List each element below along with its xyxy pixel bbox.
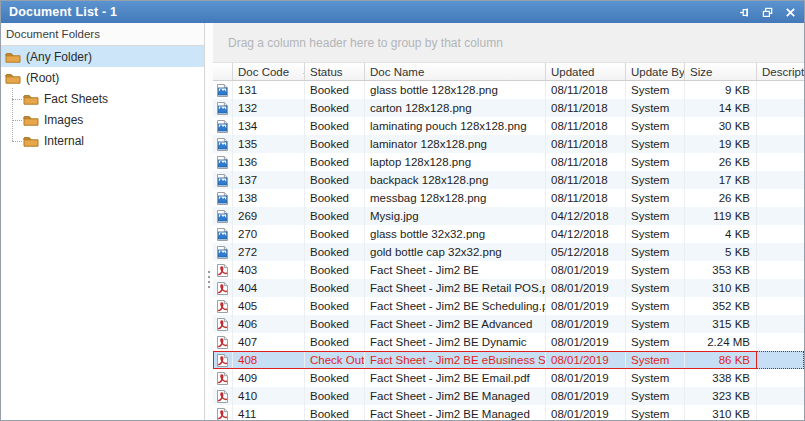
cell-updated: 04/12/2018 [546,207,626,225]
cell-status: Booked [305,81,365,99]
folder-icon [23,92,39,105]
column-header-name[interactable]: Doc Name [365,63,546,80]
column-header-label: Update By [631,66,685,78]
cell-status: Booked [305,333,365,351]
table-row-408[interactable]: 408 Check Out Fact Sheet - Jim2 BE eBusi… [213,351,804,369]
file-type-icon-cell [213,387,233,405]
cell-description [757,135,804,153]
table-row-132[interactable]: 132 Booked carton 128x128.png 08/11/2018… [213,99,804,117]
table-row-137[interactable]: 137 Booked backpack 128x128.png 08/11/20… [213,171,804,189]
table-row-131[interactable]: 131 Booked glass bottle 128x128.png 08/1… [213,81,804,99]
table-row-403[interactable]: 403 Booked Fact Sheet - Jim2 BE 08/01/20… [213,261,804,279]
tree-node-root[interactable]: (Root) [1,67,204,88]
cell-doc-code: 403 [233,261,305,279]
cell-doc-name: Fact Sheet - Jim2 BE Dynamic [365,333,546,351]
cell-size: 310 KB [685,405,757,420]
file-type-icon-cell [213,153,233,171]
cell-status: Booked [305,369,365,387]
table-row-134[interactable]: 134 Booked laminating pouch 128x128.png … [213,117,804,135]
file-type-icon-cell [213,405,233,420]
column-header-label: Description [762,66,804,78]
folders-panel-header: Document Folders [1,23,204,46]
cell-status: Booked [305,189,365,207]
cell-doc-code: 138 [233,189,305,207]
table-row-407[interactable]: 407 Booked Fact Sheet - Jim2 BE Dynamic … [213,333,804,351]
cell-status: Booked [305,405,365,420]
cell-description [757,315,804,333]
cell-update-by: System [626,153,685,171]
cell-status: Booked [305,153,365,171]
cell-doc-code: 134 [233,117,305,135]
cell-doc-name: Fact Sheet - Jim2 BE eBusiness Suite [365,351,546,369]
file-type-icon-cell [213,243,233,261]
cell-status: Booked [305,243,365,261]
cell-updated: 08/11/2018 [546,99,626,117]
cell-description [757,99,804,117]
folder-tree: (Any Folder) (Root) Fact Sheets Images I… [1,46,204,420]
table-row-410[interactable]: 410 Booked Fact Sheet - Jim2 BE Managed … [213,387,804,405]
group-by-drop-zone[interactable]: Drag a column header here to group by th… [213,23,804,63]
folder-icon [23,113,39,126]
panel-splitter[interactable] [205,23,213,420]
column-header-status[interactable]: Status [305,63,365,80]
cell-updated: 08/11/2018 [546,135,626,153]
column-header-label: Status [310,66,343,78]
column-header-description[interactable]: Description [757,63,804,80]
table-row-405[interactable]: 405 Booked Fact Sheet - Jim2 BE Scheduli… [213,297,804,315]
cell-size: 4 KB [685,225,757,243]
image-file-icon [216,83,229,98]
column-header-update-by[interactable]: Update By [626,63,685,80]
image-file-icon [216,191,229,206]
column-header-size[interactable]: Size [685,63,757,80]
tree-node-any-folder[interactable]: (Any Folder) [1,46,204,67]
table-row-272[interactable]: 272 Booked gold bottle cap 32x32.png 05/… [213,243,804,261]
cell-updated: 08/01/2019 [546,297,626,315]
cell-updated: 08/11/2018 [546,81,626,99]
cell-size: 352 KB [685,297,757,315]
cell-update-by: System [626,99,685,117]
column-header-label: Size [690,66,712,78]
restore-icon[interactable] [762,7,773,18]
tree-node-internal[interactable]: Internal [1,130,204,151]
tree-node-images[interactable]: Images [1,109,204,130]
cell-doc-name: glass bottle 128x128.png [365,81,546,99]
cell-update-by: System [626,117,685,135]
table-row-136[interactable]: 136 Booked laptop 128x128.png 08/11/2018… [213,153,804,171]
table-row-138[interactable]: 138 Booked messbag 128x128.png 08/11/201… [213,189,804,207]
cell-doc-code: 408 [233,351,305,369]
table-row-135[interactable]: 135 Booked laminator 128x128.png 08/11/2… [213,135,804,153]
cell-doc-code: 404 [233,279,305,297]
pdf-file-icon [216,407,229,421]
grid-header-row: Doc CodeStatusDoc NameUpdatedUpdate BySi… [213,63,804,81]
file-type-icon-cell [213,315,233,333]
pdf-file-icon [216,371,229,386]
cell-status: Booked [305,225,365,243]
column-header-code[interactable]: Doc Code [233,63,305,80]
cell-doc-name: glass bottle 32x32.png [365,225,546,243]
cell-update-by: System [626,171,685,189]
table-row-411[interactable]: 411 Booked Fact Sheet - Jim2 BE Managed … [213,405,804,420]
table-row-406[interactable]: 406 Booked Fact Sheet - Jim2 BE Advanced… [213,315,804,333]
tree-node-fact-sheets[interactable]: Fact Sheets [1,88,204,109]
table-row-269[interactable]: 269 Booked Mysig.jpg 04/12/2018 System 1… [213,207,804,225]
cell-description [757,189,804,207]
close-icon[interactable] [785,7,796,18]
cell-update-by: System [626,207,685,225]
cell-updated: 08/01/2019 [546,387,626,405]
cell-doc-code: 410 [233,387,305,405]
cell-doc-name: Fact Sheet - Jim2 BE Advanced [365,315,546,333]
column-header-updated[interactable]: Updated [546,63,626,80]
table-row-270[interactable]: 270 Booked glass bottle 32x32.png 04/12/… [213,225,804,243]
cell-updated: 08/01/2019 [546,369,626,387]
cell-size: 310 KB [685,279,757,297]
pin-icon[interactable] [739,7,750,18]
file-type-icon-cell [213,99,233,117]
file-type-icon-cell [213,279,233,297]
column-header-icon[interactable] [213,63,233,80]
table-row-404[interactable]: 404 Booked Fact Sheet - Jim2 BE Retail P… [213,279,804,297]
table-row-409[interactable]: 409 Booked Fact Sheet - Jim2 BE Email.pd… [213,369,804,387]
cell-updated: 08/11/2018 [546,171,626,189]
cell-doc-code: 269 [233,207,305,225]
cell-doc-code: 136 [233,153,305,171]
image-file-icon [216,173,229,188]
